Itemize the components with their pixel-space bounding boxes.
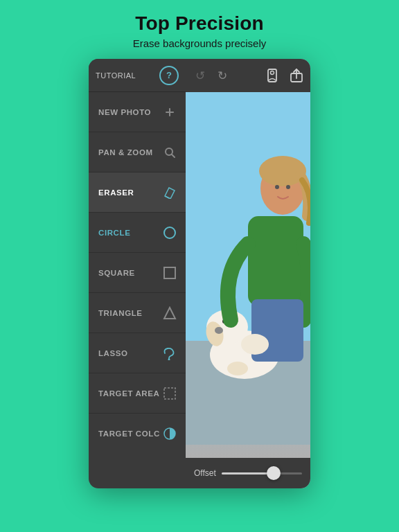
photo-area: ↺ ↻: [186, 59, 310, 488]
svg-point-26: [275, 185, 279, 189]
sidebar: TUTORIAL ? NEW PHOTO PAN & ZOOM: [89, 59, 186, 488]
target-area-icon: [161, 384, 179, 402]
tutorial-label: TUTORIAL: [96, 71, 155, 80]
triangle-label: TRIANGLE: [98, 309, 143, 317]
help-button[interactable]: ?: [159, 66, 179, 85]
share-icon[interactable]: [290, 68, 303, 83]
svg-rect-10: [164, 388, 175, 399]
lasso-icon: [161, 344, 179, 362]
photo-bottom-bar: Offset: [186, 458, 310, 488]
redo-icon[interactable]: ↻: [218, 69, 227, 83]
svg-line-5: [165, 196, 170, 199]
sidebar-item-target-area[interactable]: TARGET AREA: [89, 373, 186, 414]
sidebar-item-lasso[interactable]: LASSO: [89, 333, 186, 373]
pan-zoom-label: PAN & ZOOM: [98, 148, 153, 157]
svg-rect-23: [248, 216, 303, 306]
lasso-label: LASSO: [98, 349, 128, 357]
svg-point-27: [286, 185, 290, 189]
target-color-label: TARGET COLC: [98, 429, 160, 438]
circle-label: CIRCLE: [98, 229, 130, 237]
new-photo-label: NEW PHOTO: [98, 108, 151, 116]
svg-rect-1: [166, 112, 174, 113]
portrait-icon[interactable]: [265, 68, 280, 83]
svg-marker-8: [164, 308, 175, 319]
sidebar-item-triangle[interactable]: TRIANGLE: [89, 293, 186, 333]
svg-point-29: [241, 334, 269, 355]
square-label: SQUARE: [98, 269, 135, 277]
svg-point-9: [168, 358, 170, 360]
sidebar-item-pan-zoom[interactable]: PAN & ZOOM: [89, 132, 186, 172]
header-section: Top Precision Erase backgrounds precisel…: [0, 0, 399, 59]
triangle-icon: [161, 304, 179, 322]
sidebar-item-target-color[interactable]: TARGET COLC: [89, 414, 186, 454]
page-subtitle: Erase backgrounds precisely: [0, 37, 399, 49]
square-icon: [161, 264, 179, 282]
offset-slider[interactable]: [222, 472, 302, 475]
offset-label: Offset: [194, 468, 216, 478]
page-title: Top Precision: [0, 12, 399, 35]
search-icon: [161, 143, 179, 161]
undo-icon[interactable]: ↺: [195, 69, 205, 83]
svg-point-30: [227, 362, 248, 375]
app-container: TUTORIAL ? NEW PHOTO PAN & ZOOM: [89, 59, 310, 488]
eraser-label: ERASER: [98, 188, 134, 197]
svg-point-21: [215, 327, 223, 334]
sidebar-toolbar: TUTORIAL ?: [89, 59, 186, 92]
svg-point-6: [164, 227, 175, 238]
circle-icon: [161, 224, 179, 242]
svg-line-3: [172, 154, 175, 157]
target-color-icon: [161, 425, 179, 443]
plus-icon: [161, 103, 179, 121]
target-area-label: TARGET AREA: [98, 389, 159, 398]
svg-point-13: [271, 71, 274, 75]
sidebar-item-square[interactable]: SQUARE: [89, 253, 186, 293]
sidebar-item-eraser[interactable]: ERASER: [89, 172, 186, 213]
sidebar-item-circle[interactable]: CIRCLE: [89, 213, 186, 253]
sidebar-item-new-photo[interactable]: NEW PHOTO: [89, 92, 186, 132]
svg-rect-7: [164, 267, 175, 278]
photo-toolbar: ↺ ↻: [186, 59, 310, 92]
photo-content: [186, 92, 310, 458]
eraser-icon: [161, 184, 179, 202]
